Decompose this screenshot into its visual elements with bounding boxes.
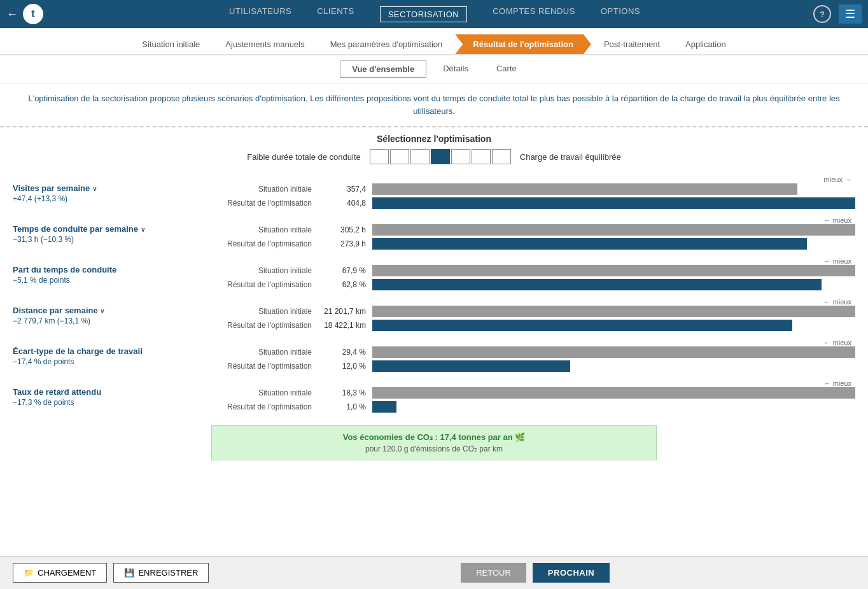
top-navigation: ← t UTILISATEURS CLIENTS SECTORISATION C… xyxy=(0,0,868,28)
bar-container-part-result xyxy=(372,279,855,290)
step-tab-mes-parametres[interactable]: Mes paramètres d'optimisation xyxy=(318,34,456,54)
metric-delta-retard: −17,3 % de points xyxy=(13,398,204,407)
bar-container-part-initial xyxy=(372,265,855,276)
metric-name-retard[interactable]: Taux de retard attendu xyxy=(13,387,204,397)
metric-name-ecart[interactable]: Écart-type de la charge de travail xyxy=(13,346,204,356)
help-button[interactable]: ? xyxy=(813,5,831,23)
metric-data-retard: Situation initiale 18,3 % Résultat de l'… xyxy=(204,387,855,413)
metric-row-temps: ← mieux Temps de conduite par semaine ∨ … xyxy=(13,214,855,252)
metric-value-visites-initial: 357,4 xyxy=(318,185,366,194)
slider-box-4[interactable] xyxy=(451,149,470,164)
metric-row-distance: ← mieux Distance par semaine ∨ −2 779,7 … xyxy=(13,295,855,334)
metric-situation-part-initial: Situation initiale xyxy=(204,266,312,275)
metric-bar-row-part-initial: Situation initiale 67,9 % xyxy=(204,265,855,276)
metric-data-part: Situation initiale 67,9 % Résultat de l'… xyxy=(204,265,855,290)
chargement-button[interactable]: 📁 CHARGEMENT xyxy=(13,563,107,583)
slider-box-3[interactable] xyxy=(431,149,450,164)
metric-data-temps: Situation initiale 305,2 h Résultat de l… xyxy=(204,224,855,250)
metric-bar-row-visites-result: Résultat de l'optimisation 404,8 xyxy=(204,197,855,209)
slider-box-1[interactable] xyxy=(390,149,409,164)
bar-container-distance-initial xyxy=(372,306,855,317)
metric-main-retard: Taux de retard attendu −17,3 % de points… xyxy=(13,387,855,413)
metric-name-visites[interactable]: Visites par semaine ∨ xyxy=(13,183,204,193)
metric-bar-row-temps-initial: Situation initiale 305,2 h xyxy=(204,224,855,236)
metric-situation-ecart-result: Résultat de l'optimisation xyxy=(204,362,312,371)
slider-boxes xyxy=(370,149,511,164)
description-text: L'optimisation de la sectorisation propo… xyxy=(13,92,855,117)
slider-box-6[interactable] xyxy=(492,149,511,164)
bar-container-ecart-result xyxy=(372,360,855,372)
metric-delta-temps: −31,3 h (−10,3 %) xyxy=(13,235,204,244)
mieux-distance: ← mieux xyxy=(13,298,855,306)
select-optimization-title: Sélectionnez l'optimisation xyxy=(13,134,855,144)
metric-value-visites-result: 404,8 xyxy=(318,199,366,208)
slider-box-0[interactable] xyxy=(370,149,389,164)
slider-box-5[interactable] xyxy=(472,149,491,164)
step-tab-ajustements-manuels[interactable]: Ajustements manuels xyxy=(213,34,317,54)
prochain-button[interactable]: PROCHAIN xyxy=(533,563,610,583)
sub-tabs: Vue d'ensemble Détails Carte xyxy=(0,55,868,83)
back-button[interactable]: ← xyxy=(6,8,18,21)
metric-bar-row-ecart-initial: Situation initiale 29,4 % xyxy=(204,346,855,358)
metric-bar-row-temps-result: Résultat de l'optimisation 273,9 h xyxy=(204,238,855,250)
step-tab-post-traitement[interactable]: Post-traitement xyxy=(591,34,673,54)
bar-visites-initial xyxy=(372,183,797,195)
metric-data-visites: Situation initiale 357,4 Résultat de l'o… xyxy=(204,183,855,209)
mieux-temps: ← mieux xyxy=(13,216,855,224)
metric-situation-distance-initial: Situation initiale xyxy=(204,307,312,316)
metric-situation-retard-result: Résultat de l'optimisation xyxy=(204,402,312,411)
menu-button[interactable]: ☰ xyxy=(839,4,862,24)
metric-delta-distance: −2 779,7 km (−13,1 %) xyxy=(13,316,204,325)
metric-value-retard-result: 1,0 % xyxy=(318,402,366,411)
bar-retard-result xyxy=(372,401,396,413)
sub-tab-vue-densemble[interactable]: Vue d'ensemble xyxy=(340,60,426,78)
save-icon: 💾 xyxy=(124,568,134,578)
metric-situation-visites-result: Résultat de l'optimisation xyxy=(204,199,312,208)
app-logo: t xyxy=(23,4,43,24)
metric-name-temps[interactable]: Temps de conduite par semaine ∨ xyxy=(13,224,204,234)
metric-main-ecart: Écart-type de la charge de travail −17,4… xyxy=(13,346,855,372)
nav-comptes-rendus[interactable]: COMPTES RENDUS xyxy=(493,6,575,22)
step-tab-situation-initiale[interactable]: Situation initiale xyxy=(129,34,213,54)
bar-container-visites-initial xyxy=(372,183,855,195)
nav-utilisateurs[interactable]: UTILISATEURS xyxy=(229,6,291,22)
metric-bar-row-visites-initial: Situation initiale 357,4 xyxy=(204,183,855,195)
metric-main-distance: Distance par semaine ∨ −2 779,7 km (−13,… xyxy=(13,306,855,331)
enregistrer-button[interactable]: 💾 ENREGISTRER xyxy=(113,563,209,583)
sub-tab-carte[interactable]: Carte xyxy=(485,60,528,78)
bar-distance-result xyxy=(372,320,792,331)
bar-container-visites-result xyxy=(372,197,855,209)
retour-button[interactable]: RETOUR xyxy=(461,563,526,583)
metric-value-part-initial: 67,9 % xyxy=(318,266,366,275)
metric-name-part[interactable]: Part du temps de conduite xyxy=(13,265,204,274)
metric-row-ecart: ← mieux Écart-type de la charge de trava… xyxy=(13,336,855,374)
metric-situation-temps-initial: Situation initiale xyxy=(204,225,312,234)
nav-sectorisation[interactable]: SECTORISATION xyxy=(380,6,467,22)
bar-ecart-result xyxy=(372,360,570,372)
metric-main-temps: Temps de conduite par semaine ∨ −31,3 h … xyxy=(13,224,855,250)
description-banner: L'optimisation de la sectorisation propo… xyxy=(0,83,868,127)
bar-retard-initial xyxy=(372,387,855,399)
metric-value-retard-initial: 18,3 % xyxy=(318,388,366,397)
main-content: L'optimisation de la sectorisation propo… xyxy=(0,83,868,556)
metric-delta-visites: +47,4 (+13,3 %) xyxy=(13,194,204,203)
metric-row-retard: ← mieux Taux de retard attendu −17,3 % d… xyxy=(13,377,855,415)
enregistrer-label: ENREGISTRER xyxy=(138,568,198,578)
nav-clients[interactable]: CLIENTS xyxy=(317,6,354,22)
bottom-bar: 📁 CHARGEMENT 💾 ENREGISTRER RETOUR PROCHA… xyxy=(0,556,868,589)
slider-box-2[interactable] xyxy=(410,149,430,164)
step-tab-resultat[interactable]: Résultat de l'optimisation xyxy=(455,34,591,54)
metric-bar-row-distance-result: Résultat de l'optimisation 18 422,1 km xyxy=(204,320,855,331)
slider-label-right: Charge de travail équilibrée xyxy=(520,152,621,162)
sub-tab-details[interactable]: Détails xyxy=(431,60,480,78)
metric-label-col-temps: Temps de conduite par semaine ∨ −31,3 h … xyxy=(13,224,204,244)
slider-label-left: Faible durée totale de conduite xyxy=(247,152,361,162)
metric-name-distance[interactable]: Distance par semaine ∨ xyxy=(13,306,204,315)
select-optimization: Sélectionnez l'optimisation Faible durée… xyxy=(13,134,855,164)
step-tabs: Situation initiale Ajustements manuels M… xyxy=(0,28,868,55)
metric-label-col-distance: Distance par semaine ∨ −2 779,7 km (−13,… xyxy=(13,306,204,325)
step-tab-application[interactable]: Application xyxy=(673,34,739,54)
metric-bar-row-ecart-result: Résultat de l'optimisation 12,0 % xyxy=(204,360,855,372)
co2-title: Vos économies de CO₂ : 17,4 tonnes par a… xyxy=(225,432,643,442)
nav-options[interactable]: OPTIONS xyxy=(601,6,640,22)
